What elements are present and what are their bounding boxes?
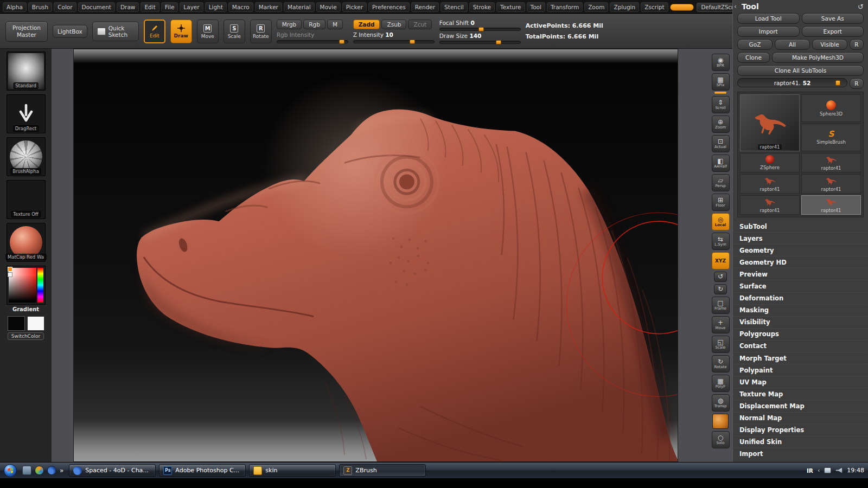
section-preview[interactable]: Preview bbox=[734, 268, 867, 280]
rotate-ccw-icon[interactable]: ↺ bbox=[714, 272, 727, 282]
zcut-button[interactable]: Zcut bbox=[408, 20, 432, 29]
current-tool-thumbnail[interactable]: raptor41 bbox=[740, 94, 800, 151]
bpr-button[interactable]: ◉BPR bbox=[712, 54, 730, 71]
slider-handle[interactable] bbox=[835, 80, 840, 86]
menu-marker[interactable]: Marker bbox=[255, 2, 282, 12]
menu-macro[interactable]: Macro bbox=[228, 2, 253, 12]
stroke-selector[interactable]: DragRect bbox=[7, 94, 46, 133]
hue-strip[interactable] bbox=[37, 268, 43, 303]
solo-button[interactable]: ○Solo bbox=[712, 431, 730, 448]
goz-button[interactable]: GoZ bbox=[737, 39, 773, 50]
material-selector[interactable]: MatCap Red Wa bbox=[7, 223, 46, 262]
language-indicator[interactable]: IR bbox=[807, 467, 813, 474]
alpha-selector[interactable]: BrushAlpha bbox=[7, 137, 46, 176]
spix-slider[interactable] bbox=[714, 92, 726, 94]
active-texture-swatch[interactable] bbox=[712, 414, 729, 429]
section-polypaint[interactable]: Polypaint bbox=[734, 364, 867, 376]
show-desktop-icon[interactable] bbox=[22, 466, 31, 475]
focal-shift-slider[interactable] bbox=[439, 28, 521, 31]
document-canvas[interactable] bbox=[73, 49, 678, 462]
rotate-button[interactable]: R Rotate bbox=[250, 20, 272, 43]
start-button[interactable] bbox=[4, 464, 17, 477]
menu-preferences[interactable]: Preferences bbox=[368, 2, 410, 12]
draw-size-slider[interactable] bbox=[439, 41, 521, 44]
transp-button[interactable]: ◍Transp bbox=[712, 394, 730, 412]
draw-button[interactable]: Draw bbox=[170, 20, 192, 43]
section-layers[interactable]: Layers bbox=[734, 232, 867, 244]
scroll-button[interactable]: ⇕Scroll bbox=[712, 96, 730, 113]
quick-sketch-button[interactable]: Quick Sketch bbox=[92, 22, 139, 41]
polyf-button[interactable]: ▦PolyF bbox=[712, 375, 730, 392]
section-visibility[interactable]: Visibility bbox=[734, 316, 867, 328]
tool-item-sphere3d[interactable]: Sphere3D bbox=[801, 94, 861, 122]
slider-r-button[interactable]: R bbox=[850, 78, 864, 89]
section-subtool[interactable]: SubTool bbox=[734, 221, 867, 232]
menu-stencil[interactable]: Stencil bbox=[441, 2, 468, 12]
brush-selector[interactable]: Standard bbox=[7, 52, 46, 91]
menu-layer[interactable]: Layer bbox=[180, 2, 203, 12]
move-view-button[interactable]: +Move bbox=[712, 316, 730, 333]
tool-item-raptor41[interactable]: raptor41 bbox=[801, 153, 861, 172]
slider-handle[interactable] bbox=[478, 27, 484, 31]
color-picker[interactable] bbox=[7, 266, 46, 305]
menu-texture[interactable]: Texture bbox=[496, 2, 525, 12]
task-zbrush[interactable]: Z ZBrush bbox=[339, 464, 426, 477]
tutorial-badge[interactable] bbox=[670, 4, 694, 11]
tool-item-raptor41[interactable]: raptor41 bbox=[740, 174, 800, 194]
z-intensity-slider[interactable] bbox=[353, 40, 435, 43]
all-button[interactable]: All bbox=[775, 39, 810, 50]
media-player-icon[interactable] bbox=[35, 466, 44, 475]
task-firefox[interactable]: Spaced - 4oD - Cha... bbox=[69, 464, 156, 477]
menu-zoom[interactable]: Zoom bbox=[584, 2, 608, 12]
menu-zscript[interactable]: Zscript bbox=[641, 2, 668, 12]
slider-handle[interactable] bbox=[339, 40, 344, 44]
secondary-color-swatch[interactable] bbox=[8, 272, 12, 277]
section-masking[interactable]: Masking bbox=[734, 304, 867, 316]
menu-picker[interactable]: Picker bbox=[342, 2, 367, 12]
section-uv-map[interactable]: UV Map bbox=[734, 376, 867, 388]
zoom-button[interactable]: ⊕Zoom bbox=[712, 115, 730, 133]
mrgb-button[interactable]: Mrgb bbox=[277, 20, 302, 29]
actual-button[interactable]: ⊡Actual bbox=[712, 135, 730, 152]
menu-edit[interactable]: Edit bbox=[141, 2, 159, 12]
clock[interactable]: 19:48 bbox=[847, 467, 864, 474]
tool-item-zsphere[interactable]: ZSphere bbox=[740, 153, 800, 172]
spix-button[interactable]: ▦SPix bbox=[712, 73, 730, 91]
persp-button[interactable]: ▱Persp bbox=[712, 174, 730, 191]
section-geometry-hd[interactable]: Geometry HD bbox=[734, 256, 867, 268]
local-button[interactable]: ◎Local bbox=[712, 213, 730, 230]
menu-transform[interactable]: Transform bbox=[547, 2, 583, 12]
lightbox-button[interactable]: LightBox bbox=[53, 25, 87, 38]
rgb-button[interactable]: Rgb bbox=[303, 20, 326, 29]
scale-view-button[interactable]: ◱Scale bbox=[712, 336, 730, 353]
section-surface[interactable]: Surface bbox=[734, 280, 867, 292]
firefox-icon[interactable] bbox=[47, 466, 56, 475]
rgb-intensity-slider[interactable] bbox=[277, 40, 348, 43]
section-polygroups[interactable]: Polygroups bbox=[734, 328, 867, 340]
volume-icon[interactable] bbox=[835, 467, 843, 473]
switch-color-button[interactable]: SwitchColor bbox=[8, 332, 44, 340]
r-button[interactable]: R bbox=[850, 39, 864, 50]
xyz-button[interactable]: XYZ bbox=[712, 252, 730, 269]
main-color-swatch[interactable] bbox=[8, 316, 25, 331]
zadd-button[interactable]: Zadd bbox=[353, 20, 380, 29]
network-icon[interactable] bbox=[824, 467, 831, 473]
rotate-view-button[interactable]: ↻Rotate bbox=[712, 355, 730, 373]
task-photoshop[interactable]: Ps Adobe Photoshop C... bbox=[159, 464, 246, 477]
tool-item-simplebrush[interactable]: S SimpleBrush bbox=[801, 124, 861, 151]
menu-draw[interactable]: Draw bbox=[117, 2, 139, 12]
menu-material[interactable]: Material bbox=[284, 2, 315, 12]
menu-stroke[interactable]: Stroke bbox=[469, 2, 495, 12]
menu-color[interactable]: Color bbox=[54, 2, 76, 12]
section-morph-target[interactable]: Morph Target bbox=[734, 352, 867, 364]
m-button[interactable]: M bbox=[327, 20, 343, 29]
zsub-button[interactable]: Zsub bbox=[381, 20, 406, 29]
history-reset-icon[interactable]: ↺ bbox=[858, 3, 864, 11]
aahalf-button[interactable]: ◧AAHalf bbox=[712, 155, 730, 172]
import-button[interactable]: Import bbox=[737, 26, 800, 37]
make-polymesh3d-button[interactable]: Make PolyMesh3D bbox=[772, 52, 864, 63]
section-deformation[interactable]: Deformation bbox=[734, 292, 867, 304]
export-button[interactable]: Export bbox=[802, 26, 864, 37]
section-geometry[interactable]: Geometry bbox=[734, 244, 867, 256]
menu-brush[interactable]: Brush bbox=[28, 2, 52, 12]
